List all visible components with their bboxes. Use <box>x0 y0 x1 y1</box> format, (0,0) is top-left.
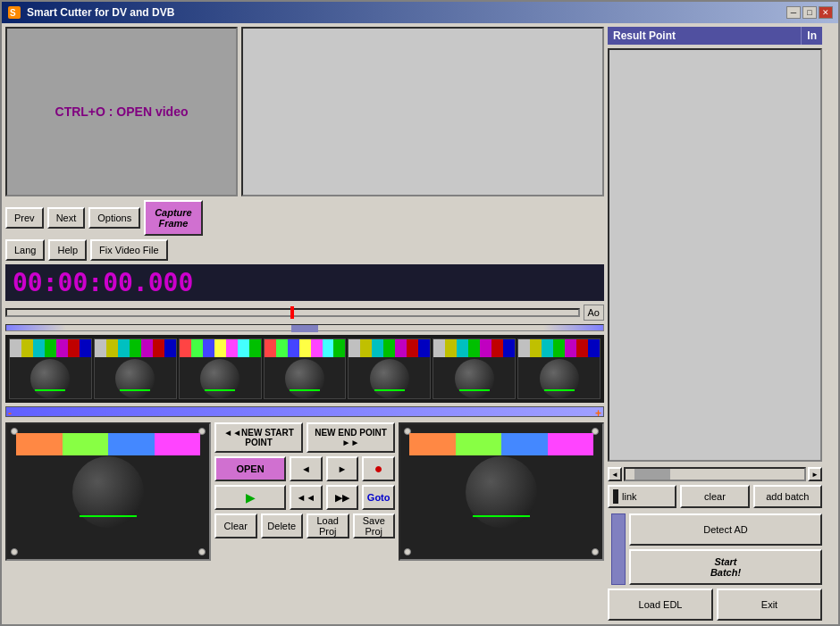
thumbnail-4[interactable] <box>264 338 347 399</box>
right-btns-row-2: Load EDL Exit <box>608 588 822 621</box>
step-back-button[interactable]: ◄ <box>290 456 323 481</box>
timecode-value: 00:00:00.000 <box>13 268 193 297</box>
start-batch-label: Start Batch! <box>710 556 741 578</box>
open-hint-text: CTRL+O : OPEN video <box>55 104 189 119</box>
clear-button[interactable]: Clear <box>214 513 257 538</box>
result-point-label: Result Point <box>613 29 676 42</box>
window-title: Smart Cutter for DV and DVB <box>27 6 174 19</box>
add-batch-button[interactable]: add batch <box>753 485 822 508</box>
controls-row-2: Lang Help Fix Video File <box>5 239 604 261</box>
record-button[interactable]: ● <box>362 456 395 481</box>
color-bars-1 <box>10 339 91 357</box>
title-buttons: ─ □ ✕ <box>786 6 833 19</box>
main-window: S Smart Cutter for DV and DVB ─ □ ✕ CTRL… <box>0 0 840 626</box>
lang-button[interactable]: Lang <box>5 239 45 261</box>
scroll-left-btn[interactable]: ◄ <box>608 467 622 481</box>
prev-button[interactable]: Prev <box>5 207 44 229</box>
transport-row-3: Clear Delete Load Proj Save Proj <box>214 513 395 538</box>
svg-text:S: S <box>10 8 16 18</box>
scroll-right-btn[interactable]: ► <box>808 467 822 481</box>
right-monitor <box>399 422 604 561</box>
maximize-button[interactable]: □ <box>802 6 817 19</box>
goto-button[interactable]: Goto <box>362 485 395 510</box>
color-bars-7 <box>518 339 600 357</box>
minimize-button[interactable]: ─ <box>786 6 801 19</box>
thumbnail-2[interactable] <box>94 338 177 399</box>
play-button[interactable]: ▶ <box>214 485 286 510</box>
open-button[interactable]: OPEN <box>214 456 286 481</box>
timeline-minus-btn[interactable]: - <box>6 407 13 420</box>
transport-panel: ◄◄NEW START POINT NEW END POINT ►► OPEN … <box>214 422 395 565</box>
in-label: In <box>807 29 817 42</box>
delete-button[interactable]: Delete <box>261 513 304 538</box>
left-panel: CTRL+O : OPEN video Prev Next Options Ca… <box>5 27 604 621</box>
color-bars-6 <box>433 339 515 357</box>
fast-fwd-button[interactable]: ▶▶ <box>326 485 359 510</box>
result-point-in: In <box>801 27 822 45</box>
link-indicator <box>613 489 618 504</box>
timecode-display: 00:00:00.000 <box>5 264 604 301</box>
main-content: CTRL+O : OPEN video Prev Next Options Ca… <box>2 23 838 624</box>
load-edl-button[interactable]: Load EDL <box>608 588 713 621</box>
color-bars-3 <box>180 339 261 357</box>
color-bars-4 <box>265 339 346 357</box>
title-bar: S Smart Cutter for DV and DVB ─ □ ✕ <box>2 2 838 23</box>
scroll-thumb <box>291 325 318 332</box>
detect-ad-button[interactable]: Detect AD <box>629 513 822 546</box>
result-point-header-row: Result Point In <box>608 27 822 45</box>
small-preview: CTRL+O : OPEN video <box>5 27 238 196</box>
transport-header: ◄◄NEW START POINT NEW END POINT ►► <box>214 422 395 453</box>
controls-row-1: Prev Next Options Capture Frame <box>5 200 604 236</box>
step-fwd-button[interactable]: ► <box>326 456 359 481</box>
timeline-plus-btn[interactable]: + <box>593 407 603 420</box>
bottom-panel: ◄◄NEW START POINT NEW END POINT ►► OPEN … <box>5 422 604 565</box>
save-proj-button[interactable]: Save Proj <box>353 513 396 538</box>
thumbnail-5[interactable] <box>348 338 431 399</box>
thumbnails-row <box>5 335 604 403</box>
result-point-header: Result Point <box>608 27 801 45</box>
scroll-bar-horiz[interactable] <box>624 467 806 481</box>
clear-result-button[interactable]: clear <box>680 485 749 508</box>
thumbnail-7[interactable] <box>517 338 601 399</box>
rewind-button[interactable]: ◄◄ <box>290 485 323 510</box>
options-button[interactable]: Options <box>88 207 140 229</box>
help-button[interactable]: Help <box>48 239 87 261</box>
transport-row-2: ▶ ◄◄ ▶▶ Goto <box>214 485 395 510</box>
result-scrollbar: ◄ ► <box>608 467 822 481</box>
thumbnail-1[interactable] <box>9 338 92 399</box>
capture-frame-button[interactable]: Capture Frame <box>144 200 203 236</box>
load-proj-button[interactable]: Load Proj <box>307 513 349 538</box>
color-bars-5 <box>349 339 430 357</box>
point-indicator <box>611 513 626 585</box>
scroll-track[interactable] <box>5 324 604 331</box>
new-start-point-button[interactable]: ◄◄NEW START POINT <box>214 422 303 453</box>
new-end-point-button[interactable]: NEW END POINT ►► <box>307 422 395 453</box>
title-bar-left: S Smart Cutter for DV and DVB <box>7 5 174 20</box>
left-monitor <box>5 422 211 561</box>
left-monitor-sphere <box>72 456 144 528</box>
thumbnail-6[interactable] <box>433 338 516 399</box>
top-area: CTRL+O : OPEN video <box>5 27 604 196</box>
bottom-timeline[interactable]: - + <box>5 406 604 417</box>
link-button[interactable]: link <box>608 485 676 508</box>
scroll-bar-thumb <box>634 469 670 480</box>
fix-video-button[interactable]: Fix Video File <box>90 239 167 261</box>
next-button[interactable]: Next <box>47 207 86 229</box>
thumbnail-3[interactable] <box>179 338 262 399</box>
right-monitor-sphere <box>466 456 537 528</box>
close-button[interactable]: ✕ <box>819 6 833 19</box>
timeline-thumb <box>290 306 294 319</box>
timeline-row: Ao <box>5 305 604 321</box>
exit-button[interactable]: Exit <box>717 588 822 621</box>
start-batch-button[interactable]: Start Batch! <box>629 549 822 585</box>
color-bars-2 <box>95 339 176 357</box>
right-panel: Result Point In ◄ ► link <box>608 27 822 621</box>
timeline-slider[interactable] <box>5 308 580 317</box>
capture-frame-label: Capture Frame <box>155 207 192 229</box>
app-icon: S <box>7 5 21 20</box>
result-list <box>608 48 822 462</box>
link-label: link <box>622 491 637 502</box>
main-preview <box>241 27 604 196</box>
right-btns-row-1: link clear add batch <box>608 485 822 508</box>
right-mid-row: Detect AD Start Batch! <box>608 513 822 585</box>
